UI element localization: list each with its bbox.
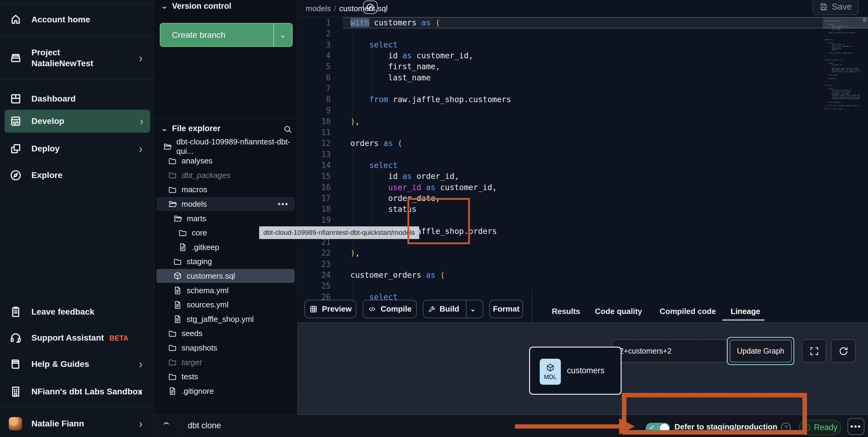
chevron-down-icon: ⌄ bbox=[161, 2, 168, 10]
create-branch-dropdown[interactable]: ⌄ bbox=[273, 24, 292, 46]
explore-icon bbox=[9, 169, 22, 182]
folder-icon bbox=[168, 200, 177, 208]
folder-icon bbox=[168, 372, 177, 381]
lineage-fullscreen-button[interactable] bbox=[802, 340, 826, 363]
create-branch-label: Create branch bbox=[160, 30, 273, 40]
editor-scrollbar-thumb[interactable] bbox=[863, 18, 867, 22]
sidebar-item-label: NFiann's dbt Labs Sandbox bbox=[31, 386, 143, 397]
tree-item-stg-jaffle-shop-yml[interactable]: stg_jaffle_shop.yml bbox=[154, 312, 297, 326]
sidebar-item-help-guides[interactable]: Help & Guides› bbox=[0, 354, 154, 375]
file-icon bbox=[173, 300, 182, 310]
sidebar-item-dashboard[interactable]: Dashboard bbox=[0, 88, 154, 109]
lineage-search-input[interactable]: 2+customers+2 bbox=[612, 340, 727, 363]
compile-button[interactable]: Compile bbox=[363, 300, 417, 318]
tree-item-staging[interactable]: staging bbox=[154, 255, 297, 269]
tree-item-label: core bbox=[192, 228, 207, 237]
tab-results[interactable]: Results bbox=[552, 307, 580, 316]
tree-item-label: .gitignore bbox=[182, 386, 214, 396]
tree-item-seeds[interactable]: seeds bbox=[154, 327, 297, 341]
wrench-icon bbox=[427, 305, 435, 313]
tree-item-sources-yml[interactable]: sources.yml bbox=[154, 298, 297, 312]
folder-icon bbox=[168, 171, 177, 180]
lineage-node-label: customers bbox=[567, 348, 604, 394]
create-branch-button[interactable]: Create branch ⌄ bbox=[160, 23, 293, 47]
build-button[interactable]: Build⌄ bbox=[423, 300, 483, 318]
toolbar-divider bbox=[532, 290, 532, 323]
tree-item-schema-yml[interactable]: schema.yml bbox=[154, 284, 297, 297]
tree-item-label: .gitkeep bbox=[192, 243, 219, 252]
tree-item-label: stg_jaffle_shop.yml bbox=[187, 315, 254, 324]
book-icon bbox=[9, 357, 22, 371]
main-sidebar: Account homeProjectNatalieNewTest›Dashbo… bbox=[0, 0, 154, 437]
editor-column: models/customers.sql Save 1with customer… bbox=[298, 0, 868, 437]
lineage-node-customers[interactable]: MDL customers bbox=[529, 347, 622, 395]
tab-compiled-code[interactable]: Compiled code bbox=[660, 307, 716, 316]
minimap[interactable]: with customers as ( select id as custome… bbox=[825, 20, 860, 147]
sidebar-item-support-assistant[interactable]: Support AssistantBETA bbox=[0, 327, 154, 348]
sidebar-item-explore[interactable]: Explore bbox=[0, 165, 154, 186]
sidebar-item-user[interactable]: Natalie Fiann› bbox=[0, 415, 154, 433]
save-icon bbox=[820, 3, 828, 10]
chevron-right-icon: › bbox=[139, 142, 142, 155]
folderOpen-icon bbox=[163, 142, 172, 151]
button-label: Build bbox=[440, 304, 459, 314]
chevron-right-icon: › bbox=[140, 115, 143, 128]
tree-item-models[interactable]: models••• bbox=[154, 197, 297, 211]
tree-item-marts[interactable]: marts bbox=[154, 211, 297, 226]
version-control-header[interactable]: ⌄ Version control bbox=[162, 1, 231, 11]
folder-icon bbox=[168, 372, 177, 381]
sidebar-item-develop[interactable]: Develop› bbox=[4, 110, 150, 133]
search-icon[interactable] bbox=[283, 125, 292, 134]
line-number: 6 bbox=[298, 73, 331, 82]
sidebar-item-leave-feedback[interactable]: Leave feedback bbox=[0, 301, 154, 322]
code-line-14: select bbox=[350, 161, 398, 170]
sidebar-item-project[interactable]: ProjectNatalieNewTest› bbox=[0, 45, 154, 71]
save-button[interactable]: Save bbox=[813, 0, 859, 15]
wrench-icon bbox=[427, 305, 435, 313]
more-options-button[interactable]: ••• bbox=[847, 418, 864, 435]
update-graph-button[interactable]: Update Graph bbox=[727, 337, 794, 365]
command-history-entry[interactable]: dbt clone bbox=[188, 421, 221, 430]
row-menu-button[interactable]: ••• bbox=[278, 200, 289, 209]
chevron-up-icon[interactable]: ⌃ bbox=[161, 420, 172, 431]
tree-item-target[interactable]: target bbox=[154, 355, 297, 369]
tree-item-dbt-cloud-109989-nfianntest-dbt-qui[interactable]: dbt-cloud-109989-nfianntest-dbt-qui... bbox=[154, 140, 297, 153]
explore-lineage-button[interactable] bbox=[363, 1, 377, 14]
tree-item-label: macros bbox=[182, 185, 207, 194]
sidebar-item-account-home[interactable]: Account home bbox=[0, 9, 154, 30]
tree-item-label: target bbox=[182, 358, 202, 367]
file-icon bbox=[173, 286, 182, 295]
tree-item-snapshots[interactable]: snapshots bbox=[154, 341, 297, 355]
tree-item-label: staging bbox=[187, 257, 212, 266]
explore-icon bbox=[10, 169, 22, 181]
build-dropdown[interactable]: ⌄ bbox=[466, 300, 479, 318]
feedback-icon bbox=[9, 305, 22, 319]
format-button[interactable]: Format bbox=[489, 300, 523, 318]
preview-button[interactable]: Preview bbox=[304, 300, 356, 318]
tree-item-customers-sql[interactable]: customers.sql bbox=[154, 269, 297, 283]
tree-item-dbt-packages[interactable]: dbt_packages bbox=[154, 168, 297, 182]
lineage-refresh-button[interactable] bbox=[831, 340, 856, 363]
tree-item-gitignore[interactable]: .gitignore bbox=[154, 384, 297, 398]
line-number: 24 bbox=[298, 270, 331, 280]
tab-lineage[interactable]: Lineage bbox=[731, 307, 760, 316]
folder-icon bbox=[168, 343, 177, 352]
code-editor[interactable]: 1with customers as (23 select4 id as cus… bbox=[298, 17, 868, 303]
sidebar-item-nfiann-s-dbt-labs-sandbox[interactable]: NFiann's dbt Labs Sandbox› bbox=[0, 381, 154, 402]
tree-item-tests[interactable]: tests bbox=[154, 370, 297, 384]
file-explorer-header[interactable]: ⌄ File explorer bbox=[162, 124, 220, 133]
tree-item-macros[interactable]: macros bbox=[154, 183, 297, 197]
home-icon bbox=[10, 13, 22, 26]
tab-code-quality[interactable]: Code quality bbox=[595, 307, 642, 316]
tree-item-analyses[interactable]: analyses bbox=[154, 154, 297, 168]
code-line-10: ), bbox=[350, 117, 360, 126]
code-line-5: first_name, bbox=[350, 62, 440, 71]
sidebar-item-deploy[interactable]: Deploy› bbox=[0, 138, 154, 159]
file-icon bbox=[173, 286, 182, 295]
line-number: 11 bbox=[298, 128, 331, 137]
breadcrumb-separator: / bbox=[334, 4, 336, 13]
tree-item-label: tests bbox=[182, 372, 198, 381]
folder-icon bbox=[168, 185, 177, 194]
tree-item-gitkeep[interactable]: .gitkeep bbox=[154, 240, 297, 254]
breadcrumb-folder[interactable]: models bbox=[306, 4, 331, 13]
